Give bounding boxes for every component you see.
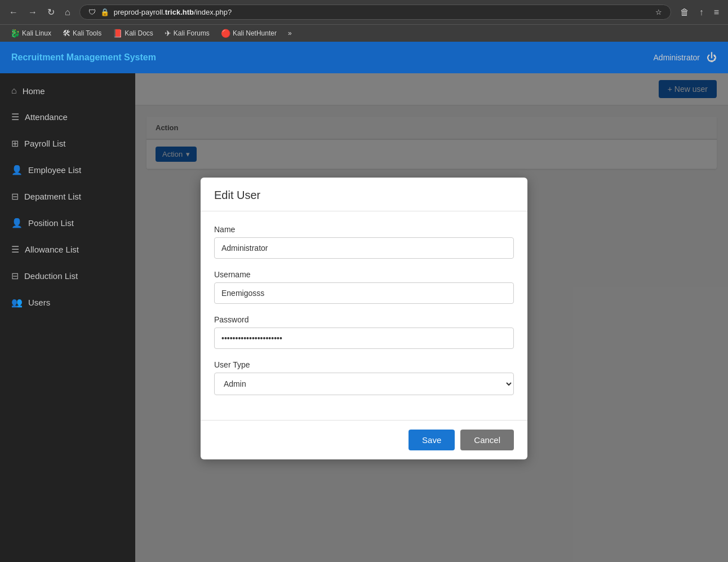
position-icon: 👤 <box>11 218 23 228</box>
sidebar-item-position-list[interactable]: 👤 Position List <box>0 210 135 236</box>
sidebar: ⌂ Home ☰ Attendance ⊞ Payroll List 👤 Emp… <box>0 73 135 562</box>
browser-toolbar: ← → ↻ ⌂ 🛡 🔒 preprod-payroll.trick.htb/in… <box>0 0 728 24</box>
sidebar-item-attendance-label: Attendance <box>25 112 68 122</box>
bookmark-kali-nethunter-label: Kali NetHunter <box>233 29 277 37</box>
cancel-button[interactable]: Cancel <box>460 430 514 450</box>
password-field[interactable] <box>214 328 514 349</box>
top-nav-right: Administrator ⏻ <box>654 52 717 64</box>
sidebar-item-employee-label: Employee List <box>28 165 81 175</box>
bookmark-kali-docs[interactable]: 📕 Kali Docs <box>108 27 158 39</box>
shield-icon: 🛡 <box>88 8 96 16</box>
payroll-icon: ⊞ <box>11 138 19 149</box>
sidebar-item-deduction-label: Deduction List <box>24 271 78 281</box>
kali-tools-icon: 🛠 <box>63 29 70 38</box>
user-type-select[interactable]: Admin Employee <box>214 373 514 395</box>
sidebar-item-home-label: Home <box>23 86 45 96</box>
users-icon: 👥 <box>11 297 23 308</box>
app-title: Recruitment Management System <box>11 52 156 63</box>
name-field[interactable] <box>214 237 514 259</box>
home-icon: ⌂ <box>11 86 17 96</box>
refresh-button[interactable]: ↻ <box>44 5 58 20</box>
kali-linux-icon: 🐉 <box>10 29 20 38</box>
bookmark-kali-linux[interactable]: 🐉 Kali Linux <box>6 27 56 39</box>
back-button[interactable]: ← <box>6 5 21 20</box>
bookmarks-bar: 🐉 Kali Linux 🛠 Kali Tools 📕 Kali Docs ✈ … <box>0 24 728 42</box>
bookmarks-more[interactable]: » <box>283 28 296 39</box>
sidebar-item-home[interactable]: ⌂ Home <box>0 78 135 104</box>
nav-buttons: ← → ↻ ⌂ <box>6 5 74 20</box>
pocket-button[interactable]: 🗑 <box>677 5 693 20</box>
bookmark-kali-tools-label: Kali Tools <box>73 29 101 37</box>
employee-icon: 👤 <box>11 165 23 175</box>
sidebar-item-payroll-list[interactable]: ⊞ Payroll List <box>0 130 135 157</box>
main-content: + New user Action <box>135 73 728 562</box>
modal-body: Name Username Password User Type <box>201 211 527 420</box>
sidebar-item-attendance[interactable]: ☰ Attendance <box>0 104 135 130</box>
layout: ⌂ Home ☰ Attendance ⊞ Payroll List 👤 Emp… <box>0 73 728 562</box>
more-icon: » <box>288 29 292 37</box>
bookmark-kali-docs-label: Kali Docs <box>125 29 153 37</box>
extension-button[interactable]: ↑ <box>696 5 707 20</box>
sidebar-item-deduction-list[interactable]: ⊟ Deduction List <box>0 263 135 289</box>
menu-button[interactable]: ≡ <box>711 5 722 20</box>
sidebar-item-users[interactable]: 👥 Users <box>0 289 135 316</box>
sidebar-item-users-label: Users <box>28 298 50 307</box>
bookmark-kali-forums-label: Kali Forums <box>174 29 210 37</box>
admin-label: Administrator <box>654 53 700 62</box>
modal-overlay: Edit User Name Username Password <box>135 73 728 562</box>
sidebar-item-allowance-label: Allowance List <box>25 245 79 254</box>
username-form-group: Username <box>214 270 514 304</box>
star-icon: ☆ <box>655 8 662 16</box>
sidebar-item-department-label: Depatment List <box>24 192 81 201</box>
edit-user-modal: Edit User Name Username Password <box>201 178 527 459</box>
password-label: Password <box>214 315 514 324</box>
browser-actions: 🗑 ↑ ≡ <box>677 5 722 20</box>
bookmark-kali-nethunter[interactable]: 🔴 Kali NetHunter <box>216 27 281 39</box>
password-form-group: Password <box>214 315 514 349</box>
deduction-icon: ⊟ <box>11 271 19 281</box>
sidebar-item-department-list[interactable]: ⊟ Depatment List <box>0 183 135 210</box>
url-text: preprod-payroll.trick.htb/index.php? <box>114 8 232 16</box>
modal-header: Edit User <box>201 178 527 211</box>
sidebar-item-position-label: Position List <box>28 218 74 228</box>
modal-footer: Save Cancel <box>201 420 527 459</box>
app-container: Recruitment Management System Administra… <box>0 42 728 562</box>
browser-chrome: ← → ↻ ⌂ 🛡 🔒 preprod-payroll.trick.htb/in… <box>0 0 728 42</box>
modal-title: Edit User <box>214 189 514 202</box>
bookmark-kali-tools[interactable]: 🛠 Kali Tools <box>58 27 106 39</box>
top-nav: Recruitment Management System Administra… <box>0 42 728 73</box>
username-label: Username <box>214 270 514 279</box>
kali-forums-icon: ✈ <box>165 29 171 38</box>
save-button[interactable]: Save <box>409 430 455 450</box>
bookmark-kali-forums[interactable]: ✈ Kali Forums <box>160 27 214 39</box>
sidebar-item-allowance-list[interactable]: ☰ Allowance List <box>0 236 135 263</box>
name-label: Name <box>214 225 514 234</box>
user-type-label: User Type <box>214 360 514 369</box>
power-button[interactable]: ⏻ <box>707 52 717 64</box>
user-type-form-group: User Type Admin Employee <box>214 360 514 395</box>
sidebar-item-payroll-label: Payroll List <box>24 139 65 148</box>
bookmark-kali-linux-label: Kali Linux <box>22 29 51 37</box>
attendance-icon: ☰ <box>11 112 19 122</box>
address-bar[interactable]: 🛡 🔒 preprod-payroll.trick.htb/index.php?… <box>79 5 671 20</box>
home-button[interactable]: ⌂ <box>61 5 74 20</box>
name-form-group: Name <box>214 225 514 259</box>
forward-button[interactable]: → <box>25 5 41 20</box>
kali-docs-icon: 📕 <box>113 29 122 38</box>
lock-icon: 🔒 <box>100 8 109 16</box>
username-field[interactable] <box>214 282 514 304</box>
allowance-icon: ☰ <box>11 244 19 255</box>
department-icon: ⊟ <box>11 191 19 202</box>
kali-nethunter-icon: 🔴 <box>221 29 230 38</box>
sidebar-item-employee-list[interactable]: 👤 Employee List <box>0 157 135 183</box>
